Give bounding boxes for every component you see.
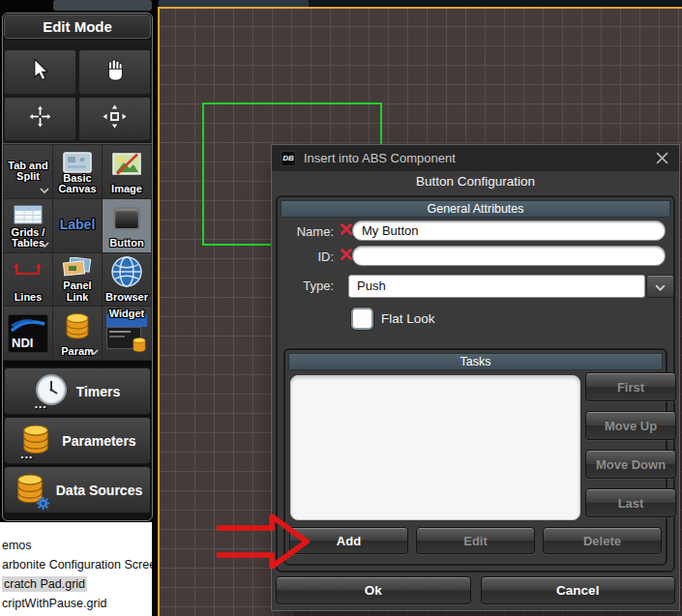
- dialog-subtitle: Button Configuration: [272, 171, 679, 192]
- required-x-icon: [340, 248, 353, 261]
- palette-item-grids-tables[interactable]: Grids / Tables: [4, 199, 52, 252]
- gold-database-icon: [62, 310, 93, 345]
- move-tool-button[interactable]: [4, 97, 76, 142]
- move-down-button[interactable]: Move Down: [585, 450, 676, 479]
- ok-button[interactable]: Ok: [276, 576, 471, 604]
- gold-database-gear-icon: [13, 471, 47, 509]
- chevron-down-icon: [89, 341, 99, 359]
- canvas-top-strip: [158, 0, 682, 7]
- red-arrow-annotation-icon: [217, 514, 310, 572]
- move-arrows-icon: [28, 104, 52, 132]
- hand-tool-button[interactable]: [78, 49, 151, 95]
- photos-icon: [62, 257, 93, 282]
- globe-icon: [110, 255, 143, 292]
- type-label: Type:: [281, 279, 334, 293]
- palette-item-widget[interactable]: Widget: [103, 307, 151, 360]
- ndi-logo-icon: NDI: [8, 314, 48, 353]
- id-label: ID:: [281, 249, 334, 264]
- required-x-icon: [340, 222, 353, 236]
- palette-item-button[interactable]: Button: [103, 199, 151, 252]
- gold-database-icon: ...: [18, 422, 53, 459]
- tool-panel: Edit Mode: [2, 13, 153, 521]
- resize-tool-button[interactable]: [78, 97, 151, 142]
- name-field[interactable]: [352, 220, 666, 241]
- id-field[interactable]: [352, 246, 666, 266]
- general-attributes-frame: General Attributes Name: ID: Type: Push …: [276, 195, 675, 572]
- data-sources-button[interactable]: Data Sources: [4, 466, 151, 513]
- dashboard-logo-icon: DB: [281, 151, 296, 166]
- image-icon: [112, 153, 141, 179]
- panel-editor-app: Edit Mode: [0, 0, 682, 616]
- edit-mode-header: Edit Mode: [4, 15, 151, 39]
- canvas-tab-edge: [159, 0, 309, 7]
- palette-item-param[interactable]: Param: [53, 307, 102, 360]
- clock-icon: ...: [35, 373, 68, 409]
- type-select[interactable]: Push: [348, 275, 645, 298]
- name-label: Name:: [281, 224, 334, 239]
- edit-tools-grid: [3, 47, 152, 143]
- first-button[interactable]: First: [585, 372, 676, 401]
- flat-look-checkbox[interactable]: [351, 308, 373, 330]
- palette-item-panel-link[interactable]: Panel Link: [53, 253, 102, 307]
- list-item[interactable]: criptWithPause.grid: [2, 594, 152, 613]
- panel-gap-bar: [4, 40, 151, 47]
- gear-icon: [36, 496, 50, 511]
- palette-item-label[interactable]: Label: [53, 199, 102, 252]
- tasks-frame: Tasks First Move Up Move Down Last Add E…: [283, 348, 667, 566]
- palette-item-basic-canvas[interactable]: Basic Canvas: [53, 145, 102, 198]
- toolbar-tab-sliver: [53, 0, 152, 11]
- type-dropdown-button[interactable]: [646, 275, 674, 298]
- palette-item-ndi[interactable]: NDI: [4, 307, 52, 360]
- chevron-down-icon: [655, 279, 666, 294]
- move-up-button[interactable]: Move Up: [585, 411, 676, 440]
- file-list: emos arbonite Configuration Screen cratc…: [0, 522, 152, 616]
- cursor-arrow-icon: [30, 59, 50, 85]
- dialog-title: Insert into ABS Component: [304, 151, 645, 165]
- list-item[interactable]: arbonite Configuration Screen: [2, 555, 152, 574]
- component-palette: Tab and Split Basic Canvas Image: [3, 143, 152, 361]
- general-attributes-header: General Attributes: [281, 200, 670, 218]
- tasks-header: Tasks: [288, 353, 663, 370]
- list-item-selected[interactable]: cratch Pad.grid: [2, 574, 152, 594]
- select-tool-button[interactable]: [4, 49, 76, 95]
- hand-pointer-icon: [104, 59, 125, 85]
- insert-abs-component-dialog: DB Insert into ABS Component Button Conf…: [272, 145, 679, 610]
- flat-look-label: Flat Look: [381, 311, 435, 326]
- parameters-button[interactable]: ... Parameters: [4, 417, 151, 464]
- chevron-down-icon: [40, 180, 49, 197]
- palette-item-image[interactable]: Image: [103, 145, 151, 198]
- tasks-listbox[interactable]: [290, 375, 580, 520]
- timers-button[interactable]: ... Timers: [4, 367, 151, 415]
- delete-button[interactable]: Delete: [543, 527, 662, 554]
- sidebar: Edit Mode: [0, 0, 158, 616]
- palette-item-tab-and-split[interactable]: Tab and Split: [4, 145, 52, 198]
- push-button-icon: [113, 207, 140, 230]
- last-button[interactable]: Last: [585, 488, 676, 517]
- edit-button[interactable]: Edit: [416, 527, 535, 554]
- chevron-down-icon: [40, 234, 49, 251]
- resize-arrows-icon: [103, 104, 127, 132]
- palette-item-browser[interactable]: Browser: [103, 253, 151, 307]
- list-item[interactable]: emos: [2, 536, 152, 555]
- grid-table-icon: [14, 205, 43, 228]
- dialog-titlebar[interactable]: DB Insert into ABS Component: [272, 145, 679, 171]
- cancel-button[interactable]: Cancel: [481, 576, 676, 604]
- palette-item-lines[interactable]: Lines: [4, 253, 52, 307]
- close-icon[interactable]: [653, 150, 670, 167]
- palette-actions-divider: [3, 361, 152, 367]
- red-line-icon: [13, 261, 44, 282]
